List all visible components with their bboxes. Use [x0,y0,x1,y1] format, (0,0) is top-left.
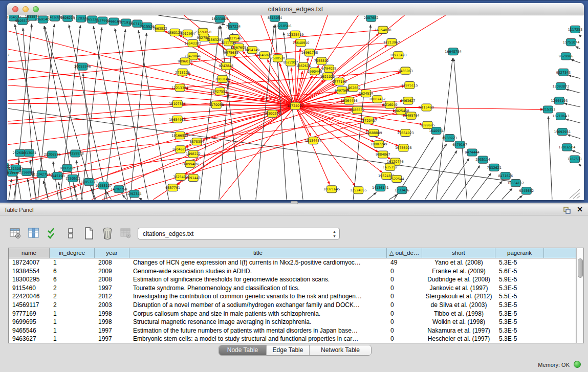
graph-edge[interactable] [8,106,295,145]
table-row[interactable]: 1830029562008Estimation of significance … [9,275,576,284]
graph-node-label: 9115460 [419,105,434,110]
graph-node-label: 7485063 [398,69,413,73]
table-row[interactable]: 1938455462009Genome-wide association stu… [9,267,576,276]
tab-network-table[interactable]: Network Table [310,345,371,355]
graph-node-label: 9474444 [465,150,480,155]
cell-title: Corpus callosum shape and size in male p… [129,310,387,318]
network-canvas[interactable]: 1954512940557216335792069140614163289806… [7,15,584,200]
tab-edge-table[interactable]: Edge Table [267,345,310,355]
network-window-titlebar[interactable]: citations_edges.txt [7,3,584,15]
table-row[interactable]: 911546021997Tourette syndrome. Phenomeno… [9,284,576,293]
column-header-in_degree[interactable]: in_degree [50,248,95,258]
table-scrollbar-thumb[interactable] [578,258,583,278]
graph-node-label: 14136141 [372,186,389,190]
trash-icon[interactable] [100,226,114,240]
cell-pagerank: 5.9E-5 [495,275,544,284]
cell-name: 22420046 [9,292,50,301]
cell-pagerank: 5.5E-5 [495,292,544,301]
graph-node-label: 16033809 [211,17,228,21]
graph-node-label: 16099489 [182,162,199,166]
close-panel-icon[interactable]: ✕ [577,205,583,213]
graph-node-label: 8186328 [206,38,221,42]
graph-node-label: 20206536 [44,152,61,157]
column-header-year[interactable]: year [95,248,129,258]
column-header-name[interactable]: name [9,248,50,258]
graph-node-label: 19495764 [403,114,420,118]
table-row[interactable]: 1872400712008Changes of HCN gene express… [9,258,576,267]
table-settings-icon[interactable] [8,226,22,240]
graph-node-label: 1990448 [308,70,322,74]
graph-node-label: 7663822 [153,27,167,31]
table-row[interactable]: 969969511998Structural magnetic resonanc… [9,318,576,326]
cell-in_degree: 1 [50,326,95,335]
graph-node-label: 9227343 [556,71,571,75]
table-row[interactable]: 946362711997Embryonic stem cells: a mode… [9,335,576,343]
table-row[interactable]: 2242004622012Investigating the contribut… [9,292,576,301]
cell-in_degree: 1 [50,310,95,318]
graph-node-label: 2803144 [215,77,230,81]
rows-stack-icon[interactable] [63,226,77,240]
row-checks-icon[interactable] [45,226,59,240]
table-row[interactable]: 1456911722003Disruption of a novel membe… [9,301,576,310]
table-scrollbar[interactable] [576,248,584,343]
network-graph[interactable]: 1954512940557216335792069140614163289806… [7,15,584,200]
column-header-pagerank[interactable]: pagerank [495,248,544,258]
graph-node-label: 18807249 [371,142,387,146]
table-panel-header: Table Panel ✕ [0,204,588,215]
graph-node-label: 8813054 [268,16,282,20]
cell-filler [544,292,576,301]
tab-node-table[interactable]: Node Table [219,345,267,355]
cell-title: Tourette syndrome. Phenomenology and cla… [129,284,387,293]
canvas-resize-grip-icon[interactable] [577,196,580,199]
graph-node-label: 9475685 [224,51,239,55]
graph-edge[interactable] [8,67,295,106]
graph-node-label: 18300295 [264,112,281,116]
float-window-icon[interactable] [563,207,571,214]
edge-arrowhead [124,29,126,32]
edge-arrowhead [579,34,582,37]
graph-node-label: 18724007 [287,104,304,108]
table-selector-dropdown[interactable]: citations_edges.txt ▲▼ [138,228,340,239]
status-bar: Memory: OK [0,358,588,372]
cell-in_degree: 2 [50,301,95,310]
graph-edge [227,81,295,106]
column-header-short[interactable]: short [422,248,495,258]
cell-year: 1997 [95,326,129,335]
cell-name: 18724007 [9,258,50,267]
column-header-filler[interactable] [544,248,576,258]
cell-in_degree: 6 [50,275,95,284]
graph-node-label: 2087682 [364,16,379,20]
graph-node-label: 20364456 [341,99,358,103]
cell-pagerank: 5.3E-5 [495,326,544,335]
graph-node-label: 6216049 [383,103,398,107]
edge-arrowhead [571,59,574,62]
canvas-resize-grip-icon[interactable] [573,193,580,199]
edge-arrowhead [300,71,303,74]
graph-edge [185,106,295,134]
network-desktop: citations_edges.txt 19545129405572163357… [0,0,588,203]
cell-name: 19384554 [9,267,50,276]
cell-pagerank: 5.3E-5 [495,284,544,293]
column-header-title[interactable]: title [129,248,387,258]
new-document-icon[interactable] [82,226,96,240]
graph-node-label: 8938923 [442,136,457,140]
graph-node-label: 1156868 [19,170,34,174]
graph-edge [548,116,552,200]
cell-out_degree: 0 [387,284,422,293]
column-header-out_degree[interactable]: △ out_de… [387,248,422,258]
table-row[interactable]: 977716911998Corpus callosum shape and si… [9,310,576,318]
graph-edge[interactable] [102,111,401,200]
graph-node-label: 15720407 [360,119,377,123]
cell-pagerank: 5.3E-5 [495,335,544,343]
graph-node-label: 12325419 [287,33,304,37]
edge-arrowhead [379,170,382,172]
graph-edge [9,179,12,200]
table-column-icon[interactable] [27,226,40,240]
cell-name: 9465546 [9,326,50,335]
graph-edge[interactable] [8,31,295,106]
table-row[interactable]: 946554611997Estimation of the future num… [9,326,576,335]
cell-short: Yano et al. (2008) [422,258,495,267]
graph-node-label: 18107554 [169,102,186,106]
graph-node-label: 16961758 [301,51,318,55]
edge-arrowhead [68,25,71,28]
